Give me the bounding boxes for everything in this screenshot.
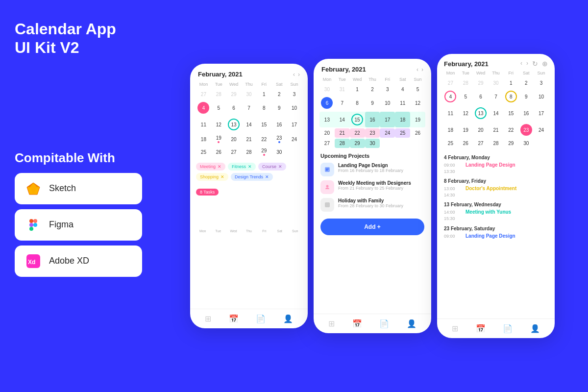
prev-arrow[interactable]: ‹: [520, 60, 522, 68]
project-icon-1: [320, 163, 334, 176]
cal-cell[interactable]: 27: [226, 146, 242, 158]
project-landing: Landing Page Design From 16 February to …: [320, 163, 424, 176]
cal-week-4: 18 19 20 21 22 23 24: [196, 133, 302, 145]
tag-course[interactable]: Course ✕: [258, 163, 286, 171]
project-name-2: Weekly Meeting with Designers: [338, 180, 424, 186]
svg-rect-15: [325, 202, 330, 207]
cal-cell[interactable]: 7: [242, 100, 257, 116]
project-date-3: From 28 February to 30 February: [338, 203, 424, 208]
cal-cell[interactable]: 20: [226, 133, 242, 145]
left-panel: Calendar App UI Kit V2 Compitable With S…: [0, 0, 157, 392]
next-arrow[interactable]: ›: [298, 71, 300, 78]
cal-week-3: 11 12 13 14 15 16 17: [443, 105, 549, 121]
day-sun: Sun: [287, 81, 302, 88]
cal-cell[interactable]: 30: [271, 146, 287, 158]
phone3-header: February, 2021 ‹ › ↻ ⊕: [437, 54, 555, 70]
calendar-icon[interactable]: 📅: [352, 319, 362, 328]
phone3-bottom-nav: ⊞ 📅 📄 👤: [437, 318, 555, 338]
project-date-1: From 16 February to 18 February: [338, 168, 424, 173]
schedule-date-4: 23 February, Saturday 09:00 Landing Page…: [444, 226, 548, 240]
cal-cell[interactable]: 24: [287, 133, 302, 145]
refresh-icon[interactable]: ↻: [532, 60, 538, 68]
cal-cell[interactable]: 29: [256, 146, 271, 158]
tag-fitness[interactable]: Fitness ✕: [228, 163, 256, 171]
cal-cell[interactable]: 23: [271, 133, 287, 145]
calendar-icon[interactable]: 📅: [476, 324, 486, 333]
cal-cell[interactable]: 14: [242, 117, 257, 132]
grid-icon[interactable]: ⊞: [205, 314, 211, 323]
cal-cell[interactable]: 8: [256, 100, 271, 116]
next-arrow[interactable]: ›: [421, 66, 423, 73]
svg-rect-12: [326, 169, 329, 170]
cal-cell-outline[interactable]: 13: [226, 117, 242, 132]
tag-meeting[interactable]: Meeting ✕: [196, 163, 225, 171]
cal-week-4: 18 19 20 21 22 23 24: [443, 122, 549, 138]
person-icon[interactable]: 👤: [530, 324, 540, 333]
day-fri: Fri: [256, 81, 271, 88]
chart-bars: Mon Tue Wed Thu: [196, 198, 302, 233]
add-button[interactable]: Add +: [320, 219, 424, 235]
add-icon[interactable]: ⊕: [542, 60, 548, 68]
cal-cell-today[interactable]: 4: [196, 100, 211, 116]
cal-cell[interactable]: 21: [242, 133, 257, 145]
cal-cell[interactable]: [287, 146, 302, 158]
grid-icon[interactable]: ⊞: [452, 324, 458, 333]
compat-title: Compitable With: [15, 150, 142, 166]
next-arrow[interactable]: ›: [526, 60, 528, 68]
cal-cell[interactable]: 28: [242, 146, 257, 158]
adobexd-label: Adobe XD: [49, 256, 89, 266]
cal-week-1: 27 28 29 30 1 2 3: [443, 78, 549, 88]
cal-cell[interactable]: 28: [211, 90, 226, 99]
bar-sat: Sat: [273, 228, 286, 233]
prev-arrow[interactable]: ‹: [416, 66, 418, 73]
cal-cell[interactable]: 22: [256, 133, 271, 145]
phone1-nav: ‹ ›: [293, 71, 300, 78]
cal-cell[interactable]: 26: [211, 146, 226, 158]
app-title-block: Calendar App UI Kit V2: [15, 20, 142, 62]
cal-cell[interactable]: 1: [256, 90, 271, 99]
grid-icon[interactable]: ⊞: [328, 319, 335, 328]
cal-cell[interactable]: 12: [211, 117, 226, 132]
cal-cell[interactable]: 17: [287, 117, 302, 132]
cal-cell[interactable]: 19: [211, 133, 226, 145]
figma-icon: [24, 216, 42, 234]
svg-rect-11: [325, 167, 330, 172]
person-icon[interactable]: 👤: [407, 319, 416, 328]
svg-text:Xd: Xd: [28, 259, 35, 266]
cal-cell[interactable]: 10: [287, 100, 302, 116]
doc-icon[interactable]: 📄: [503, 324, 513, 333]
svg-point-14: [326, 185, 329, 188]
cal-cell[interactable]: 30: [242, 90, 257, 99]
cal-cell[interactable]: 27: [196, 90, 211, 99]
phone2: February, 2021 ‹ › Mon Tue Wed Thu Fri S…: [314, 59, 431, 333]
upcoming-section: Upcoming Projects Landing Page Design Fr…: [314, 149, 431, 314]
tag-design-trends[interactable]: Design Trends ✕: [231, 173, 273, 181]
cal-cell[interactable]: 29: [226, 90, 242, 99]
phones-container: February, 2021 ‹ › Mon Tue Wed Thu Fri S…: [157, 0, 588, 392]
compat-sketch[interactable]: Sketch: [15, 173, 142, 204]
cal-cell[interactable]: 6: [226, 100, 242, 116]
cal-cell[interactable]: 16: [271, 117, 287, 132]
cal-week-5: 25 26 27 28 29 30: [196, 146, 302, 158]
cal-cell[interactable]: 9: [271, 100, 287, 116]
cal-cell[interactable]: 2: [271, 90, 287, 99]
person-icon[interactable]: 👤: [283, 314, 293, 323]
cal-cell[interactable]: 15: [256, 117, 271, 132]
sketch-icon: [24, 180, 42, 197]
compat-adobexd[interactable]: Xd Adobe XD: [15, 245, 142, 277]
doc-icon[interactable]: 📄: [379, 319, 389, 328]
cal-cell[interactable]: 3: [287, 90, 302, 99]
project-text-1: Landing Page Design From 16 February to …: [338, 163, 424, 173]
project-text-2: Weekly Meeting with Designers From 21 Fe…: [338, 180, 424, 191]
calendar-icon[interactable]: 📅: [229, 314, 239, 323]
bar-thu: Thu: [242, 228, 255, 233]
prev-arrow[interactable]: ‹: [293, 71, 295, 78]
tag-shopping[interactable]: Shopping ✕: [196, 173, 228, 181]
chart-label: 8 Tasks: [196, 189, 219, 196]
cal-cell[interactable]: 5: [211, 100, 226, 116]
cal-cell[interactable]: 25: [196, 146, 211, 158]
cal-cell[interactable]: 18: [196, 133, 211, 145]
cal-cell[interactable]: 11: [196, 117, 211, 132]
doc-icon[interactable]: 📄: [256, 314, 266, 323]
compat-figma[interactable]: Figma: [15, 209, 142, 241]
